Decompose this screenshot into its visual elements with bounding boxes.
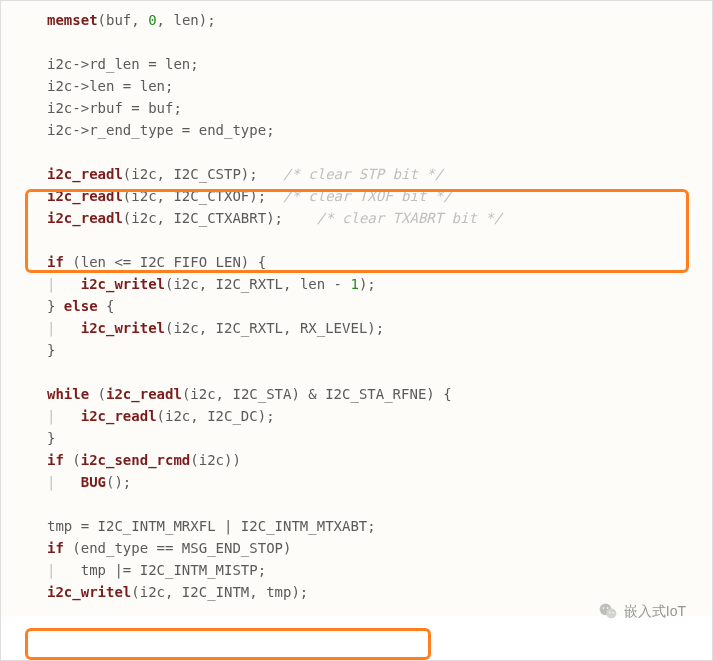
code-token: , len); [157, 12, 216, 28]
code-line: if (end_type == MSG_END_STOP) [47, 540, 291, 556]
code-token: (i2c, I2C_CTXOF); [123, 188, 283, 204]
function-call: i2c_writel [81, 276, 165, 292]
code-token: (i2c, I2C_DC); [157, 408, 275, 424]
code-line: } [47, 430, 55, 446]
code-token: (i2c)) [190, 452, 241, 468]
code-line: i2c_writel(i2c, I2C_INTM, tmp); [47, 584, 308, 600]
function-call: i2c_writel [81, 320, 165, 336]
code-token: (len <= I2C_FIFO_LEN) { [64, 254, 266, 270]
svg-point-2 [602, 607, 604, 609]
code-line: i2c->rbuf = buf; [47, 100, 182, 116]
watermark-text: 嵌入式IoT [624, 600, 686, 622]
function-call: i2c_readl [47, 166, 123, 182]
code-token: i2c->r_end_type = end_type; [47, 122, 275, 138]
function-call: i2c_send_rcmd [81, 452, 191, 468]
function-call: i2c_readl [81, 408, 157, 424]
code-line: | i2c_writel(i2c, I2C_RXTL, RX_LEVEL); [47, 320, 384, 336]
comment: /* clear STP bit */ [283, 166, 443, 182]
code-token: if [47, 254, 64, 270]
code-token: ( [64, 452, 81, 468]
function-call: i2c_readl [47, 210, 123, 226]
code-line: | i2c_readl(i2c, I2C_DC); [47, 408, 275, 424]
comment: /* clear TXOF bit */ [283, 188, 452, 204]
code-token: | [47, 276, 81, 292]
code-line: } [47, 342, 55, 358]
code-token: ( [89, 386, 106, 402]
svg-point-4 [609, 612, 611, 614]
function-call: memset [47, 12, 98, 28]
code-token: i2c->rd_len = len; [47, 56, 199, 72]
code-token: (i2c, I2C_RXTL, len - [165, 276, 350, 292]
code-token: | [47, 474, 81, 490]
code-token: 0 [148, 12, 156, 28]
code-block: memset(buf, 0, len); i2c->rd_len = len; … [1, 1, 712, 611]
code-line: if (i2c_send_rcmd(i2c)) [47, 452, 241, 468]
code-line: i2c_readl(i2c, I2C_CTXOF); /* clear TXOF… [47, 188, 452, 204]
code-token: | [47, 408, 81, 424]
comment: /* clear TXABRT bit */ [317, 210, 502, 226]
code-line: i2c->rd_len = len; [47, 56, 199, 72]
code-line: i2c_readl(i2c, I2C_CSTP); /* clear STP b… [47, 166, 443, 182]
code-token: if [47, 540, 64, 556]
wechat-icon [598, 601, 618, 621]
code-line: tmp = I2C_INTM_MRXFL | I2C_INTM_MTXABT; [47, 518, 376, 534]
function-call: BUG [81, 474, 106, 490]
code-line: | i2c_writel(i2c, I2C_RXTL, len - 1); [47, 276, 376, 292]
code-token: | [47, 562, 81, 578]
code-token: | [47, 320, 81, 336]
code-token: (end_type == MSG_END_STOP) [64, 540, 292, 556]
code-token: tmp = I2C_INTM_MRXFL | I2C_INTM_MTXABT; [47, 518, 376, 534]
code-line: i2c->r_end_type = end_type; [47, 122, 275, 138]
code-line: while (i2c_readl(i2c, I2C_STA) & I2C_STA… [47, 386, 452, 402]
code-token: 1 [350, 276, 358, 292]
function-call: i2c_readl [106, 386, 182, 402]
code-token: else [64, 298, 98, 314]
code-token: i2c->len = len; [47, 78, 173, 94]
code-line: memset(buf, 0, len); [47, 12, 216, 28]
code-token: (buf, [98, 12, 149, 28]
code-line: | tmp |= I2C_INTM_MISTP; [47, 562, 266, 578]
code-token: while [47, 386, 89, 402]
page-background-strip [1, 616, 712, 660]
code-token: (i2c, I2C_INTM, tmp); [131, 584, 308, 600]
code-token: tmp |= I2C_INTM_MISTP; [81, 562, 266, 578]
code-token: } [47, 298, 64, 314]
code-token: ); [359, 276, 376, 292]
code-line: i2c->len = len; [47, 78, 173, 94]
code-token: } [47, 342, 55, 358]
code-token: (i2c, I2C_CTXABRT); [123, 210, 317, 226]
code-line: | BUG(); [47, 474, 131, 490]
code-token: { [98, 298, 115, 314]
function-call: i2c_readl [47, 188, 123, 204]
code-line: i2c_readl(i2c, I2C_CTXABRT); /* clear TX… [47, 210, 502, 226]
code-token: (i2c, I2C_CSTP); [123, 166, 283, 182]
svg-point-5 [612, 612, 614, 614]
code-line: } else { [47, 298, 114, 314]
code-token: i2c->rbuf = buf; [47, 100, 182, 116]
watermark: 嵌入式IoT [598, 600, 686, 622]
code-token: (i2c, I2C_RXTL, RX_LEVEL); [165, 320, 384, 336]
svg-point-1 [606, 609, 616, 619]
function-call: i2c_writel [47, 584, 131, 600]
code-token: (); [106, 474, 131, 490]
code-viewer: memset(buf, 0, len); i2c->rd_len = len; … [0, 0, 713, 661]
code-line: if (len <= I2C_FIFO_LEN) { [47, 254, 266, 270]
code-token: (i2c, I2C_STA) & I2C_STA_RFNE) { [182, 386, 452, 402]
code-token: if [47, 452, 64, 468]
svg-point-3 [607, 607, 609, 609]
code-token: } [47, 430, 55, 446]
